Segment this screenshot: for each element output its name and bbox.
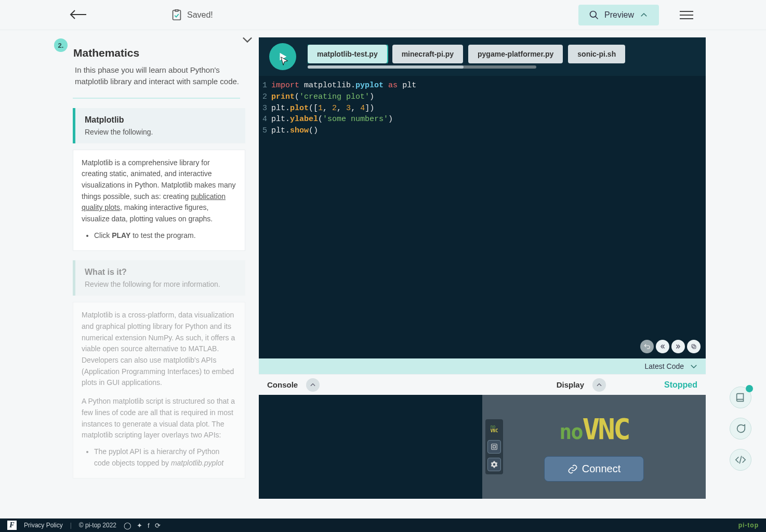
svg-rect-2 [693, 345, 696, 349]
next-button[interactable] [671, 340, 685, 353]
further-logo[interactable]: F [7, 521, 17, 530]
prev-button[interactable] [656, 340, 669, 353]
history-back-button[interactable] [640, 340, 654, 353]
textbox-whatisit: Matplotlib is a cross-platform, data vis… [73, 302, 245, 478]
chevron-up-icon [596, 381, 603, 389]
card-matplotlib: Matplotlib Review the following. [73, 108, 245, 143]
chevron-up-icon [309, 381, 316, 389]
svg-rect-5 [493, 446, 496, 448]
output-header: Console Display Stopped [259, 374, 706, 395]
step-badge: 2. [54, 38, 68, 52]
tabs-scrollbar[interactable] [308, 65, 536, 69]
notification-badge [746, 385, 753, 392]
facebook-icon[interactable]: f [148, 522, 150, 529]
search-icon [589, 10, 599, 20]
card-title: Matplotlib [85, 115, 236, 125]
saved-indicator: Saved! [170, 8, 213, 22]
code-button[interactable] [730, 449, 751, 471]
console-label: Console [267, 380, 298, 389]
twitter-icon[interactable]: ✦ [137, 522, 142, 529]
card-subtitle: Review the following for more informatio… [85, 280, 236, 288]
undo-icon [643, 343, 651, 350]
file-tab[interactable]: minecraft-pi.py [392, 45, 463, 63]
link-icon [567, 464, 578, 474]
panel-collapse-button[interactable] [240, 32, 255, 49]
book-icon [735, 392, 746, 403]
svg-rect-0 [173, 10, 181, 20]
file-tab[interactable]: sonic-pi.sh [568, 45, 625, 63]
latest-code-bar[interactable]: Latest Code [259, 358, 706, 374]
card-whatisit: What is it? Review the following for mor… [73, 260, 245, 296]
lesson-panel: 2. Mathematics In this phase you will le… [60, 37, 249, 501]
share-icon[interactable]: ⟳ [155, 522, 161, 529]
novnc-settings-button[interactable] [487, 458, 501, 471]
code-icon [735, 454, 746, 466]
file-tab[interactable]: matplotlib-test.py [308, 45, 387, 63]
chevron-down-icon [689, 362, 698, 371]
chevrons-left-icon [659, 343, 666, 350]
display-label: Display [557, 380, 584, 389]
clipboard-check-icon [170, 8, 183, 22]
display-toggle[interactable] [592, 378, 606, 392]
section-title: Mathematics [73, 47, 249, 59]
library-button[interactable] [730, 387, 751, 408]
brand-label: pi-top [738, 522, 759, 529]
privacy-link[interactable]: Privacy Policy [24, 522, 63, 529]
chat-icon [735, 423, 746, 434]
novnc-logo-mini[interactable]: noVNC [487, 422, 501, 436]
chevron-up-icon [639, 10, 649, 20]
card-title: What is it? [85, 268, 236, 277]
preview-button[interactable]: Preview [578, 5, 659, 25]
menu-button[interactable] [680, 11, 693, 19]
file-tab[interactable]: pygame-platformer.py [468, 45, 563, 63]
chevron-down-icon [240, 32, 255, 47]
connect-button[interactable]: Connect [544, 456, 644, 482]
console-output [259, 395, 482, 499]
novnc-fullscreen-button[interactable] [487, 440, 501, 454]
gear-icon [491, 461, 498, 468]
run-status: Stopped [664, 380, 697, 390]
textbox-matplotlib: Matplotlib is a comprehensive library fo… [73, 150, 245, 251]
instagram-icon[interactable]: ◯ [124, 522, 131, 529]
play-icon [277, 51, 288, 62]
preview-label: Preview [604, 10, 634, 20]
copy-button[interactable] [687, 340, 701, 353]
copy-icon [691, 343, 697, 350]
footer: F Privacy Policy | © pi-top 2022 ◯ ✦ f ⟳… [0, 518, 766, 532]
topbar: Saved! Preview [0, 0, 766, 30]
novnc-logo: noVNC [559, 412, 628, 446]
chat-button[interactable] [730, 418, 751, 440]
latest-code-label: Latest Code [645, 362, 684, 370]
section-intro: In this phase you will learn about Pytho… [75, 64, 244, 87]
tab-bar: matplotlib-test.pyminecraft-pi.pypygame-… [259, 37, 706, 76]
card-subtitle: Review the following. [85, 128, 236, 136]
instruction-bullet: Click PLAY to test the program. [94, 230, 236, 242]
run-button[interactable] [269, 43, 296, 70]
novnc-sidebar: noVNC [485, 419, 503, 474]
connect-label: Connect [582, 463, 621, 475]
saved-label: Saved! [187, 10, 213, 20]
api-bullet: The pyplot API is a hierarchy of Python … [94, 446, 236, 469]
svg-point-1 [590, 11, 597, 17]
fullscreen-icon [491, 443, 498, 450]
svg-rect-3 [692, 344, 695, 348]
copyright: © pi-top 2022 [79, 522, 116, 529]
ide-panel: matplotlib-test.pyminecraft-pi.pypygame-… [259, 37, 706, 499]
display-output: noVNC noVNC Connect [482, 395, 706, 499]
chevrons-right-icon [675, 343, 681, 350]
console-toggle[interactable] [306, 378, 320, 392]
back-button[interactable] [69, 7, 87, 23]
svg-rect-4 [492, 444, 497, 450]
code-editor[interactable]: 1import matplotlib.pyplot as plt2print('… [259, 76, 706, 358]
